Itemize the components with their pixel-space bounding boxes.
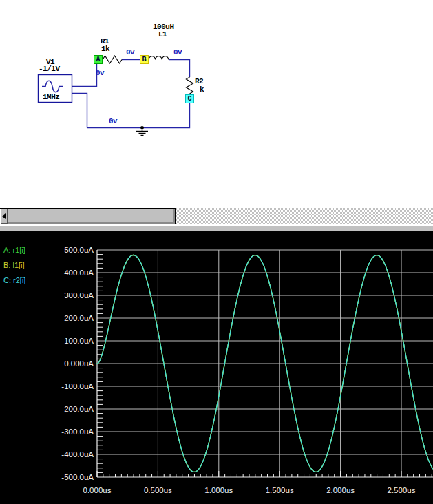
inductor-l1[interactable] (149, 56, 169, 60)
svg-text:300.0uA: 300.0uA (64, 291, 94, 300)
horizontal-scrollbar[interactable] (0, 208, 433, 224)
svg-text:-300.0uA: -300.0uA (61, 428, 94, 436)
legend-trace-a: A: r1[i] (3, 246, 25, 255)
left-arrow-icon (2, 213, 6, 219)
pane-divider (0, 224, 433, 231)
scrollbar-thumb[interactable] (8, 208, 176, 224)
l1-label: L1 (158, 31, 167, 39)
trace-legend: A: r1[i] B: l1[i] C: r2[i] (3, 246, 25, 291)
svg-text:0.000us: 0.000us (83, 486, 112, 494)
simulator-window: { "schematic": { "source": {"label": "V1… (0, 0, 433, 504)
schematic-canvas[interactable]: V1 -1/1V 1MHz R1 1k 100uH L1 R2 k 0v 0v … (0, 0, 433, 208)
svg-text:-400.0uA: -400.0uA (61, 450, 94, 459)
waveform-plot[interactable]: 500.0uA400.0uA300.0uA200.0uA100.0uA0.000… (0, 231, 433, 504)
scroll-left-button[interactable] (0, 208, 8, 224)
svg-text:100.0uA: 100.0uA (64, 337, 94, 345)
schematic-drawing (0, 0, 433, 208)
svg-text:400.0uA: 400.0uA (64, 269, 94, 277)
net-label-0v: 0v (173, 49, 182, 56)
r2-label: R2 (195, 78, 203, 85)
resistor-r1[interactable] (103, 56, 122, 63)
svg-text:-100.0uA: -100.0uA (61, 382, 94, 390)
wires[interactable] (72, 60, 190, 128)
net-label-0v: 0v (96, 70, 104, 77)
net-label-0v: 0v (109, 118, 117, 125)
svg-text:-200.0uA: -200.0uA (61, 405, 94, 413)
r1-value: 1k (101, 45, 109, 53)
v1-value: -1/1V (39, 65, 60, 73)
svg-text:2.000us: 2.000us (326, 486, 355, 494)
svg-text:-500.0uA: -500.0uA (61, 473, 94, 481)
probe-node-c[interactable]: C (185, 94, 194, 103)
svg-text:1.000us: 1.000us (204, 486, 233, 494)
probe-node-a[interactable]: A (94, 55, 103, 64)
legend-trace-b: B: l1[i] (3, 261, 25, 270)
svg-text:0.000uA: 0.000uA (64, 359, 94, 368)
svg-text:500.0uA: 500.0uA (64, 246, 94, 254)
legend-trace-c: C: r2[i] (3, 276, 25, 285)
svg-text:1.500us: 1.500us (266, 486, 294, 494)
v1-frequency: 1MHz (43, 94, 59, 101)
svg-text:0.500us: 0.500us (144, 486, 172, 494)
svg-text:2.500us: 2.500us (388, 486, 416, 494)
plot-canvas[interactable]: 500.0uA400.0uA300.0uA200.0uA100.0uA0.000… (0, 231, 433, 504)
r2-value: k (200, 86, 204, 94)
net-label-0v: 0v (126, 49, 134, 56)
resistor-r2[interactable] (187, 77, 193, 94)
svg-text:200.0uA: 200.0uA (64, 314, 94, 322)
probe-node-b[interactable]: B (140, 55, 149, 64)
